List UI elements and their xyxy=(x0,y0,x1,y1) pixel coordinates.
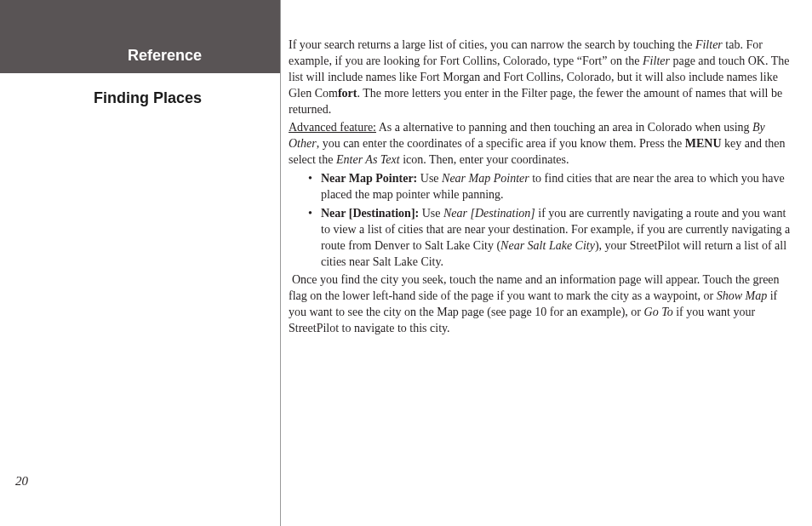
show-map-italic: Show Map xyxy=(717,289,768,302)
text: If your search returns a large list of c… xyxy=(289,38,695,51)
advanced-feature-label: Advanced feature: xyxy=(289,121,376,134)
bullet-italic: Near [Destination] xyxy=(443,207,535,220)
bullet-italic: Near Map Pointer xyxy=(442,172,529,185)
section-title: Finding Places xyxy=(0,63,280,106)
page-number: 20 xyxy=(15,474,28,489)
text: Use xyxy=(417,172,442,185)
text: icon. Then, enter your coordinates. xyxy=(400,153,569,166)
bold-fort: fort xyxy=(338,87,357,100)
filter-italic: Filter xyxy=(695,38,723,51)
manual-page: Reference Finding Places If your search … xyxy=(0,0,812,526)
filter-italic: Filter xyxy=(643,54,670,67)
text: As a alternative to panning and then tou… xyxy=(376,121,752,134)
sidebar: Reference Finding Places xyxy=(0,0,280,526)
reference-label: Reference xyxy=(0,0,280,63)
text: Once you find the city you seek, touch t… xyxy=(289,273,780,302)
paragraph-1: If your search returns a large list of c… xyxy=(289,37,797,117)
advanced-feature-block: Advanced feature: As a alternative to pa… xyxy=(289,120,797,169)
go-to-italic: Go To xyxy=(644,306,673,318)
bullet-italic: Near Salt Lake City xyxy=(500,239,595,252)
list-item: Near Map Pointer: Use Near Map Pointer t… xyxy=(306,171,797,203)
bullet-bold-label: Near Map Pointer: xyxy=(321,172,417,185)
vertical-divider xyxy=(280,0,281,526)
text: Use xyxy=(419,207,443,220)
body-content: If your search returns a large list of c… xyxy=(289,37,797,340)
text: , you can enter the coordinates of a spe… xyxy=(317,137,685,150)
menu-bold: MENU xyxy=(685,137,722,150)
paragraph-2: Once you find the city you seek, touch t… xyxy=(289,272,797,337)
bullet-list: Near Map Pointer: Use Near Map Pointer t… xyxy=(306,171,797,270)
bullet-bold-label: Near [Destination]: xyxy=(321,207,419,220)
enter-as-text-italic: Enter As Text xyxy=(336,153,400,166)
list-item: Near [Destination]: Use Near [Destinatio… xyxy=(306,206,797,271)
text: . The more letters you enter in the Filt… xyxy=(289,87,782,116)
